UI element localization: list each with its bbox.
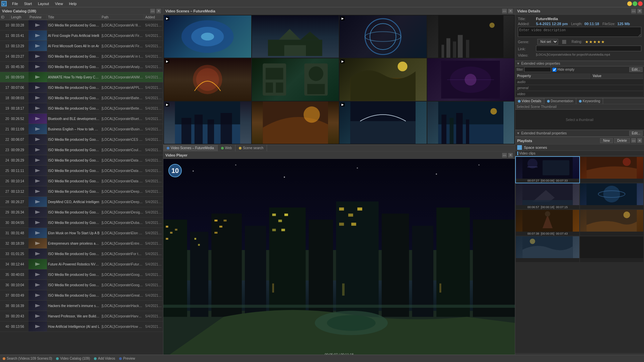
link-input[interactable] [536,46,641,51]
scene-thumb-6[interactable] [252,58,339,101]
clip-item-5[interactable]: 00:07:38 [00:00:05] 00:07:43 [516,210,579,236]
status-add-videos[interactable]: Add Videos [94,357,115,360]
row-preview [29,93,47,103]
catalog-row[interactable]: 38 00:16:39 Hackers the internet's immun… [0,301,163,311]
scene-thumb-11[interactable]: ▶ [339,102,427,144]
playlist-new-button[interactable]: New [600,138,613,143]
scene-thumb-3[interactable]: ▶ [339,15,427,58]
rating-stars[interactable]: ★★★★★ [585,40,605,44]
catalog-row[interactable]: 22 00:06:07 ISO Media file produced by G… [0,134,163,145]
catalog-row[interactable]: 21 00:11:09 Business English – How to ta… [0,124,163,134]
menu-help[interactable]: Help [66,1,79,6]
catalog-row[interactable]: 10 00:33:28 ISO Media file produced by G… [0,20,163,31]
detail-tab-details[interactable]: Video Details [515,98,544,104]
menu-start[interactable]: Start [21,1,35,6]
catalog-close-button[interactable]: ✕ [156,9,161,13]
status-preview[interactable]: Preview [119,357,135,360]
thumb-select-area[interactable]: Select a thumbnail [515,110,644,130]
scene-thumb-8[interactable] [427,58,515,101]
detail-tab-dot-3 [579,100,582,103]
player-counter-badge: 10 [168,164,182,177]
row-id: 40 [0,324,10,329]
row-length: 00:26:34 [10,210,29,215]
playlists-pin-button[interactable]: — [631,138,636,143]
catalog-row[interactable]: 20 00:26:52 Bluetooth and BLE developmen… [0,114,163,124]
status-catalog[interactable]: Video Catalog (109) [56,357,90,360]
playlist-delete-button[interactable]: Delete [614,138,630,143]
clip-item-4[interactable] [580,183,643,209]
hide-empty-checkbox[interactable] [552,68,556,72]
catalog-row[interactable]: 17 00:07:06 ISO Media file produced by G… [0,82,163,93]
scene-tab-search[interactable]: Scene search [235,145,267,151]
catalog-row[interactable]: 31 00:31:48 Elon Musk on How To Start Up… [0,228,163,238]
catalog-row[interactable]: 15 00:45:30 ISO Media file produced by G… [0,62,163,72]
close-button[interactable] [638,1,643,6]
catalog-row[interactable]: 13 00:13:29 AI First Microsoft Goes All … [0,41,163,51]
ext-props-header[interactable]: ▼ Extended video properties [515,61,644,66]
menu-view[interactable]: View [52,1,66,6]
catalog-row[interactable]: 28 00:26:27 DeepMind CEO, Artificial Int… [0,197,163,207]
detail-tab-keywording[interactable]: Keywording [576,98,603,104]
catalog-row[interactable]: 14 00:23:27 ISO Media file produced by G… [0,51,163,62]
scene-thumb-7[interactable]: ▶ [339,58,427,101]
playlists-close-button[interactable]: ✕ [637,138,642,143]
details-close-button[interactable]: ✕ [637,9,642,13]
menu-file[interactable]: File [9,1,21,6]
clip-item-6[interactable] [580,210,643,236]
catalog-row[interactable]: 34 00:12:44 Future AI-Powered Robotics N… [0,259,163,269]
scenes-pin-button[interactable]: — [502,9,507,13]
catalog-row[interactable]: 33 01:01:25 ISO Media file produced by G… [0,249,163,259]
thumb-section-header[interactable]: Selected Scene Thumbnail [515,104,644,110]
status-search[interactable]: Search (Videos:109 Scenes:0) [3,357,52,360]
catalog-row[interactable]: 19 00:18:17 ISO Media file produced by G… [0,103,163,114]
svg-rect-83 [266,82,273,93]
row-id: 23 [0,148,10,152]
player-close-button[interactable]: ✕ [508,153,513,158]
catalog-row[interactable]: 40 00:13:56 How Artificial Intelligence … [0,321,163,332]
maximize-button[interactable] [633,1,637,6]
genre-select[interactable]: Not set [537,39,558,45]
catalog-row[interactable]: 18 00:08:03 ISO Media file produced by G… [0,93,163,103]
scenes-close-button[interactable]: ✕ [508,9,513,13]
detail-tab-documentation[interactable]: Documentation [544,98,576,104]
catalog-row[interactable]: 23 00:09:29 ISO Media file produced by G… [0,145,163,155]
clip-item-3[interactable]: 00:06:57 [00:00:18] 00:07:15 [516,183,579,209]
ext-thumb-header[interactable]: ▼ Extended thumbnail properties Edit... [515,130,644,137]
ext-filter-input[interactable] [524,67,551,72]
catalog-row[interactable]: 27 00:13:12 ISO Media file produced by G… [0,186,163,197]
ext-edit-button[interactable]: Edit... [629,67,643,72]
clip-item-7[interactable] [516,236,579,262]
catalog-row[interactable]: 25 00:11:11 ISO Media file produced by G… [0,166,163,176]
scene-tab-scenes[interactable]: Video Scenes – FutureMedia [163,145,218,151]
catalog-row[interactable]: 16 00:09:59 ANIMATE How To Help Every Ch… [0,72,163,82]
scene-thumb-9[interactable]: ▶ [164,102,251,144]
clip-item-2[interactable] [580,157,643,183]
catalog-row[interactable]: 11 00:15:41 AI First Google Puts Artific… [0,31,163,41]
catalog-row[interactable]: 37 00:03:49 ISO Media file produced by G… [0,290,163,301]
catalog-pin-button[interactable]: — [150,9,155,13]
minimize-button[interactable] [627,1,632,6]
catalog-row[interactable]: 39 00:20:43 Harvard Professor, We are Bu… [0,311,163,321]
clip-item-1[interactable]: 00:07:27 [00:00:06] 00:07:33 [516,157,579,183]
thumb-edit-button[interactable]: Edit... [629,131,643,136]
catalog-row[interactable]: 29 00:26:34 ISO Media file produced by G… [0,207,163,218]
scene-thumb-1[interactable]: ▶ [164,15,251,58]
scene-thumb-5[interactable]: ▶ [164,58,251,101]
catalog-row[interactable]: 35 00:40:03 ISO Media file produced by G… [0,269,163,280]
player-pin-button[interactable]: — [502,153,507,158]
scene-thumb-10[interactable] [252,102,339,144]
catalog-table[interactable]: ID Length Preview Title Path Added 10 00… [0,15,163,362]
scene-thumb-4[interactable] [427,15,515,58]
menu-layout[interactable]: Layout [35,1,52,6]
scene-tab-web[interactable]: Web [218,145,235,151]
scene-thumb-2[interactable] [252,15,339,58]
description-input[interactable] [518,27,641,37]
catalog-row[interactable]: 26 00:10:14 ISO Media file produced by G… [0,176,163,186]
catalog-row[interactable]: 36 00:10:04 ISO Media file produced by G… [0,280,163,290]
scene-thumb-12[interactable] [427,102,515,144]
catalog-row[interactable]: 30 00:04:55 ISO Media file produced by G… [0,218,163,228]
svg-marker-17 [35,96,40,100]
catalog-row[interactable]: 32 00:18:39 Entrepreneurs share priceles… [0,238,163,249]
details-pin-button[interactable]: — [631,9,636,13]
catalog-row[interactable]: 24 00:26:29 ISO Media file produced by G… [0,155,163,166]
